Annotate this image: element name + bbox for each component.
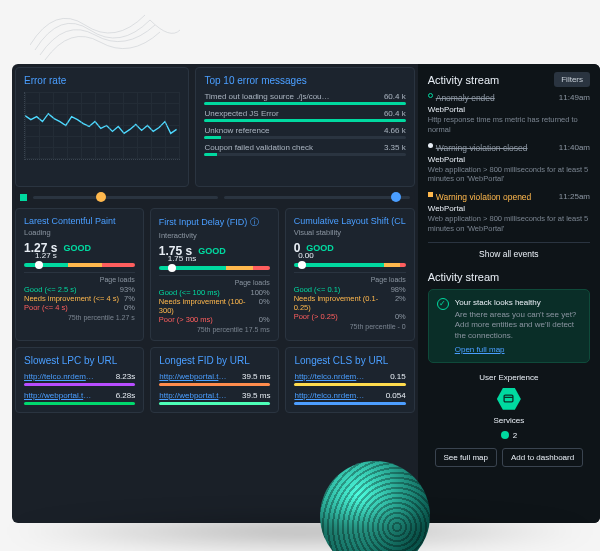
error-row[interactable]: Timed out loading source ./js/cou…60.4 k (204, 92, 405, 101)
url-bar (294, 383, 405, 386)
metric-card: Cumulative Layout Shift (CL Visual stabi… (285, 208, 415, 341)
top-errors-title: Top 10 error messages (204, 75, 405, 86)
error-rate-chart[interactable] (24, 92, 180, 160)
metric-title: First Input Delay (FID) ⓘ (159, 216, 270, 229)
health-card: ✓ Your stack looks healthy Are there are… (428, 289, 590, 363)
metric-gauge: 1.75 ms (159, 266, 270, 270)
url-bar (24, 383, 135, 386)
url-card: Longest FID by URLhttp://webportal.tel…3… (150, 347, 279, 413)
open-full-map-link[interactable]: Open full map (455, 345, 505, 354)
error-row[interactable]: Unknow reference4.66 k (204, 126, 405, 135)
show-all-events[interactable]: Show all events (428, 242, 590, 265)
metric-subtitle: Interactivity (159, 231, 270, 240)
metric-gauge: 0.00 (294, 263, 406, 267)
services-label: Services (428, 416, 590, 425)
activity-title: Activity stream (428, 74, 500, 86)
url-row[interactable]: http://telco.nrdemo…0.15 (294, 372, 405, 381)
svg-rect-0 (504, 396, 513, 403)
filters-button[interactable]: Filters (554, 72, 590, 87)
user-experience: User Experience Services 2 (428, 373, 590, 440)
metric-card: First Input Delay (FID) ⓘ Interactivity … (150, 208, 279, 341)
activity-event[interactable]: Warning violation closed11:40am WebPorta… (428, 143, 590, 185)
error-bar (204, 102, 405, 105)
url-bar (294, 402, 405, 405)
ux-title: User Experience (428, 373, 590, 382)
range-sliders[interactable] (12, 190, 418, 205)
url-bar (159, 402, 270, 405)
health-message: Are there areas you can't see yet? Add m… (455, 310, 581, 342)
health-title: Your stack looks healthy (455, 298, 581, 307)
url-row[interactable]: http://webportal.tel…39.5 ms (159, 372, 270, 381)
shadow (0, 511, 600, 551)
error-bar (204, 153, 405, 156)
url-bar (159, 383, 270, 386)
error-row[interactable]: Coupon failed validation check3.35 k (204, 143, 405, 152)
url-bar (24, 402, 135, 405)
add-to-dashboard-button[interactable]: Add to dashboard (502, 448, 583, 467)
url-card: Longest CLS by URLhttp://telco.nrdemo…0.… (285, 347, 414, 413)
metric-gauge: 1.27 s (24, 263, 135, 267)
url-row[interactable]: http://webportal.tel…6.28s (24, 391, 135, 400)
error-rate-card: Error rate (15, 67, 189, 187)
dashboard: Error rate Top 10 error messages Timed o… (12, 64, 600, 523)
error-bar (204, 119, 405, 122)
error-rate-title: Error rate (24, 75, 180, 86)
sidebar: Activity stream Filters Anomaly ended11:… (418, 64, 600, 523)
error-bar (204, 136, 405, 139)
url-card: Slowest LPC by URLhttp://telco.nrdemo…8.… (15, 347, 144, 413)
ux-hex-icon[interactable] (497, 387, 521, 411)
url-card-title: Longest FID by URL (159, 355, 270, 366)
metric-card: Larest Contentful Paint Loading 1.27 sGO… (15, 208, 144, 341)
url-card-title: Slowest LPC by URL (24, 355, 135, 366)
services-count: 2 (513, 431, 517, 440)
metric-subtitle: Visual stability (294, 228, 406, 237)
url-card-title: Longest CLS by URL (294, 355, 405, 366)
top-errors-card: Top 10 error messages Timed out loading … (195, 67, 414, 187)
url-row[interactable]: http://telco.nrdemo…0.054 (294, 391, 405, 400)
activity-event[interactable]: Warning violation opened11:25am WebPorta… (428, 192, 590, 234)
activity-title-2: Activity stream (428, 271, 590, 283)
metric-title: Cumulative Layout Shift (CL (294, 216, 406, 226)
metric-title: Larest Contentful Paint (24, 216, 135, 226)
check-icon: ✓ (437, 298, 449, 310)
main-panel: Error rate Top 10 error messages Timed o… (12, 64, 418, 523)
url-row[interactable]: http://telco.nrdemo…8.23s (24, 372, 135, 381)
metric-subtitle: Loading (24, 228, 135, 237)
see-full-map-button[interactable]: See full map (435, 448, 497, 467)
activity-event[interactable]: Anomaly ended11:49am WebPortalHttp respo… (428, 93, 590, 135)
error-row[interactable]: Unexpected JS Error60.4 k (204, 109, 405, 118)
url-row[interactable]: http://webportal.tel…39.5 ms (159, 391, 270, 400)
